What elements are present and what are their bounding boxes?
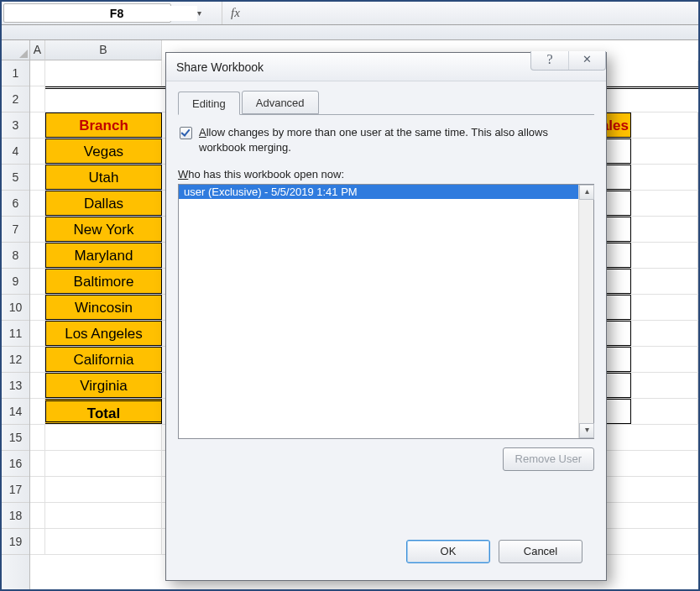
row-header[interactable]: 7 <box>2 217 29 243</box>
formula-input[interactable] <box>248 2 698 24</box>
table-cell[interactable]: Vegas <box>45 139 162 164</box>
table-cell[interactable]: Utah <box>45 165 162 190</box>
row-header[interactable]: 10 <box>2 295 29 321</box>
col-header-a[interactable]: A <box>30 40 45 60</box>
dialog-title: Share Workbook <box>176 60 264 74</box>
dialog-titlebar[interactable]: Share Workbook ? ✕ <box>166 53 606 81</box>
list-scrollbar[interactable]: ▴ ▾ <box>578 185 593 438</box>
table-cell[interactable]: Maryland <box>45 243 162 268</box>
row-header[interactable]: 14 <box>2 399 29 425</box>
row-header[interactable]: 19 <box>2 529 29 555</box>
column-headers: A B <box>2 40 162 60</box>
row-header[interactable]: 13 <box>2 373 29 399</box>
table-cell[interactable]: New York <box>45 217 162 242</box>
ok-button[interactable]: OK <box>406 540 490 563</box>
row-header[interactable]: 2 <box>2 86 29 112</box>
dialog-controls: ? ✕ <box>530 51 606 71</box>
share-workbook-dialog: Share Workbook ? ✕ Editing Advanced Allo… <box>165 52 607 581</box>
row-header[interactable]: 17 <box>2 477 29 503</box>
table-cell[interactable]: Baltimore <box>45 269 162 294</box>
row-header[interactable]: 6 <box>2 191 29 217</box>
table-cell[interactable]: Dallas <box>45 191 162 216</box>
table-cell[interactable]: Wincosin <box>45 295 162 320</box>
row-header[interactable]: 3 <box>2 112 29 139</box>
close-button[interactable]: ✕ <box>568 51 605 70</box>
tab-editing[interactable]: Editing <box>178 92 240 115</box>
name-box[interactable] <box>8 6 197 21</box>
remove-user-button[interactable]: Remove User <box>503 447 594 471</box>
allow-changes-row: Allow changes by more than one user at t… <box>180 125 594 154</box>
dialog-footer: OK Cancel <box>178 540 594 575</box>
name-box-wrap[interactable]: ▾ <box>3 3 171 23</box>
table-total[interactable]: Total <box>45 399 162 424</box>
who-open-label: Who has this workbook open now: <box>178 168 594 180</box>
row-header[interactable]: 12 <box>2 347 29 373</box>
dialog-body: Editing Advanced Allow changes by more t… <box>166 81 606 585</box>
select-all-corner[interactable] <box>2 40 30 60</box>
allow-changes-label[interactable]: Allow changes by more than one user at t… <box>199 125 594 154</box>
fx-icon[interactable]: fx <box>231 6 240 20</box>
table-cell[interactable]: Los Angeles <box>45 321 162 346</box>
row-header[interactable]: 16 <box>2 451 29 477</box>
tab-row: Editing Advanced <box>178 90 594 115</box>
help-button[interactable]: ? <box>531 51 568 70</box>
table-header-branch[interactable]: Branch <box>45 112 162 138</box>
row-header[interactable]: 11 <box>2 321 29 347</box>
fx-group: fx <box>222 2 248 24</box>
row-header[interactable]: 18 <box>2 503 29 529</box>
table-cell[interactable]: California <box>45 347 162 372</box>
row-header[interactable]: 5 <box>2 165 29 191</box>
row-header[interactable]: 15 <box>2 425 29 451</box>
row-header[interactable]: 4 <box>2 139 29 165</box>
row-header[interactable]: 8 <box>2 243 29 269</box>
under-bar-strip <box>2 25 698 40</box>
scroll-up-icon[interactable]: ▴ <box>579 185 594 200</box>
allow-changes-checkbox[interactable] <box>180 127 192 139</box>
scroll-down-icon[interactable]: ▾ <box>579 423 594 438</box>
formula-bar: ▾ fx <box>2 2 698 25</box>
row-header[interactable]: 1 <box>2 60 29 86</box>
row-headers: 1 2 3 4 5 6 7 8 9 10 11 12 13 14 15 16 1… <box>2 40 30 589</box>
table-cell[interactable]: Virginia <box>45 373 162 398</box>
list-item[interactable]: user (Exclusive) - 5/5/2019 1:41 PM <box>179 185 578 199</box>
tab-advanced[interactable]: Advanced <box>242 91 319 114</box>
row-header[interactable]: 9 <box>2 269 29 295</box>
cancel-button[interactable]: Cancel <box>499 540 582 563</box>
col-header-b[interactable]: B <box>45 40 162 60</box>
users-listbox[interactable]: user (Exclusive) - 5/5/2019 1:41 PM ▴ ▾ <box>178 184 594 439</box>
